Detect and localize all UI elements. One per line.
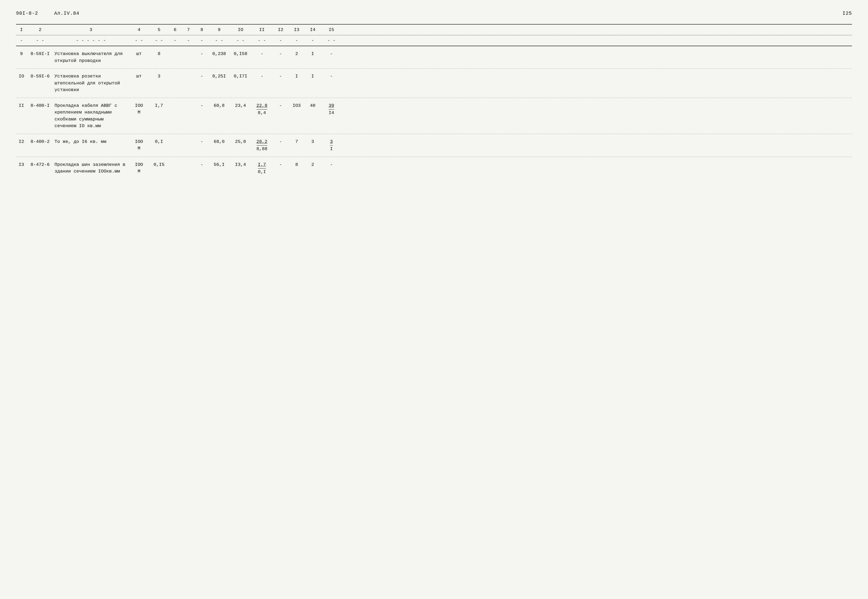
cell-4-13: 7	[288, 138, 305, 146]
fraction-3-11: 22,8 8,4	[257, 102, 267, 116]
col-dash-2: - -	[27, 37, 53, 44]
cell-1-10: 0,I58	[230, 50, 251, 58]
col-dash-7: -	[182, 37, 195, 44]
cell-4-6	[168, 138, 182, 139]
table-row: 9 8-59I-I Установка выключателя для откр…	[16, 46, 852, 69]
spec-code: Ал.IV.84	[54, 11, 79, 16]
page-number: I25	[842, 11, 852, 16]
cell-5-4: IOOМ	[128, 161, 149, 175]
cell-2-1: IO	[16, 72, 27, 80]
fraction-4-11: 28,2 8,88	[257, 138, 267, 152]
cell-5-15: -	[321, 161, 342, 169]
cell-3-5: I,7	[149, 102, 168, 110]
cell-1-5: 8	[149, 50, 168, 58]
cell-5-10: I3,4	[230, 161, 251, 169]
header-left: 90I-8-2 Ал.IV.84	[16, 11, 79, 16]
col-dash-3: - - - - - -	[53, 37, 128, 44]
cell-3-12: -	[273, 102, 288, 110]
col-dash-1: -	[16, 37, 27, 44]
col-header-4: 4	[128, 26, 149, 33]
cell-5-7	[182, 161, 195, 162]
cell-4-8: -	[195, 138, 208, 146]
cell-3-10: 23,4	[230, 102, 251, 110]
cell-2-15: -	[321, 72, 342, 80]
cell-2-10: 0,I7I	[230, 72, 251, 80]
cell-2-14: I	[305, 72, 321, 80]
cell-1-15: -	[321, 50, 342, 58]
table-row: I3 8-472-6 Прокладка шин заземления в зд…	[16, 157, 852, 180]
cell-3-7	[182, 102, 195, 103]
cell-1-4: шт	[128, 50, 149, 58]
cell-4-11: 28,2 8,88	[251, 138, 273, 153]
cell-1-1: 9	[16, 50, 27, 58]
cell-3-1: II	[16, 102, 27, 110]
cell-1-12: -	[273, 50, 288, 58]
cell-2-9: 0,25I	[208, 72, 230, 80]
col-dash-13: -	[288, 37, 305, 44]
col-header-3: 3	[53, 26, 128, 33]
cell-3-2: 8-400-I	[27, 102, 53, 110]
cell-1-3: Установка выключателя для открытой прово…	[53, 50, 128, 65]
doc-code: 90I-8-2	[16, 11, 38, 16]
cell-5-5: 0,I5	[149, 161, 168, 169]
col-dash-6: -	[168, 37, 182, 44]
cell-5-3: Прокладка шин заземления в здании сечени…	[53, 161, 128, 175]
cell-4-14: 3	[305, 138, 321, 146]
table-row: IO 8-59I-6 Установка розетки штепсельной…	[16, 69, 852, 98]
cell-4-1: I2	[16, 138, 27, 146]
cell-2-4: шт	[128, 72, 149, 80]
col-dash-11: - -	[251, 37, 273, 44]
cell-1-7	[182, 50, 195, 51]
cell-2-7	[182, 72, 195, 74]
cell-1-6	[168, 50, 182, 51]
table-row: II 8-400-I Прокладка кабеля АВВГ с крепл…	[16, 98, 852, 134]
table-body: 9 8-59I-I Установка выключателя для откр…	[16, 46, 852, 180]
col-dash-8: -	[195, 37, 208, 44]
cell-1-11: -	[251, 50, 273, 58]
col-header-14: I4	[305, 26, 321, 33]
fraction-4-15: 3 I	[330, 138, 333, 152]
cell-2-13: I	[288, 72, 305, 80]
col-header-5: 5	[149, 26, 168, 33]
cell-4-7	[182, 138, 195, 139]
cell-5-14: 2	[305, 161, 321, 169]
cell-2-5: 3	[149, 72, 168, 80]
cell-5-8: -	[195, 161, 208, 169]
cell-5-11: I,7 0,I	[251, 161, 273, 176]
cell-2-11: -	[251, 72, 273, 80]
cell-3-11: 22,8 8,4	[251, 102, 273, 117]
col-dash-4: - -	[128, 37, 149, 44]
cell-4-5: 0,I	[149, 138, 168, 146]
cell-3-14: 40	[305, 102, 321, 110]
col-header-10: IO	[230, 26, 251, 33]
cell-3-8: -	[195, 102, 208, 110]
cell-3-4: IOOМ	[128, 102, 149, 116]
col-header-12: I2	[273, 26, 288, 33]
cell-2-6	[168, 72, 182, 74]
col-header-13: I3	[288, 26, 305, 33]
col-header-8: 8	[195, 26, 208, 33]
cell-3-3: Прокладка кабеля АВВГ с креплением накла…	[53, 102, 128, 130]
cell-1-13: 2	[288, 50, 305, 58]
cell-1-2: 8-59I-I	[27, 50, 53, 58]
cell-4-2: 8-400-2	[27, 138, 53, 146]
col-header-9: 9	[208, 26, 230, 33]
col-dash-9: - -	[208, 37, 230, 44]
cell-5-2: 8-472-6	[27, 161, 53, 169]
cell-5-6	[168, 161, 182, 162]
page-header: 90I-8-2 Ал.IV.84 I25	[16, 11, 852, 16]
cell-5-13: 8	[288, 161, 305, 169]
cell-2-3: Установка розетки штепсельной для открыт…	[53, 72, 128, 94]
col-header-11: II	[251, 26, 273, 33]
cell-5-9: 56,I	[208, 161, 230, 169]
col-header-6: 6	[168, 26, 182, 33]
col-header-2: 2	[27, 26, 53, 33]
cell-2-8: -	[195, 72, 208, 80]
cell-4-12: -	[273, 138, 288, 146]
cell-3-9: 60,8	[208, 102, 230, 110]
cell-1-14: I	[305, 50, 321, 58]
table-row: I2 8-400-2 То же, до I6 кв. мм IOOМ 0,I …	[16, 134, 852, 157]
cell-1-8: -	[195, 50, 208, 58]
col-header-7: 7	[182, 26, 195, 33]
header-center: I25	[842, 11, 852, 16]
